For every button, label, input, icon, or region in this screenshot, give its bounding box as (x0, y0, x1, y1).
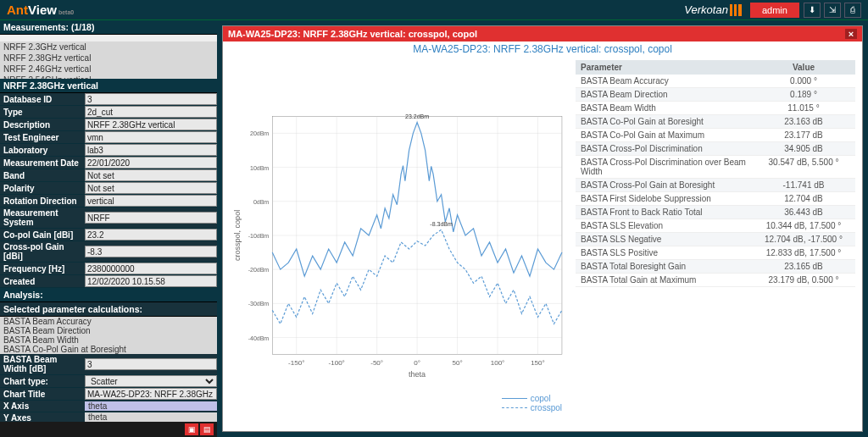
polarity-input[interactable] (85, 182, 217, 194)
svg-text:0°: 0° (414, 359, 420, 367)
beamwidth-label: BASTA Beam Width [dB] (0, 354, 85, 374)
table-row: BASTA Beam Accuracy0.000 ° (576, 75, 855, 88)
chart-title-input[interactable] (85, 388, 217, 400)
band-input[interactable] (85, 169, 217, 181)
svg-text:theta: theta (409, 370, 426, 379)
rotation-input[interactable] (85, 195, 217, 207)
svg-text:50°: 50° (452, 359, 462, 367)
brand-icon (730, 4, 742, 16)
list-item[interactable]: NRFF 2.3GHz vertical (0, 41, 217, 53)
frequency-input[interactable] (85, 263, 217, 274)
svg-text:-50°: -50° (370, 359, 383, 367)
svg-text:-40dBm: -40dBm (248, 335, 270, 341)
beamwidth-input[interactable] (85, 358, 217, 370)
xaxis-label: X Axis (0, 401, 85, 412)
topbar: AntViewbeta0 Verkotan admin ⬇ ⇲ ⎙ (0, 0, 868, 20)
svg-text:-30dBm: -30dBm (248, 301, 270, 307)
crosspol_gain-input[interactable] (85, 246, 217, 257)
app-logo: AntViewbeta0 (7, 3, 74, 17)
table-row: BASTA Total Boresight Gain23.165 dB (576, 260, 855, 274)
svg-text:-8.3dBm: -8.3dBm (430, 221, 453, 227)
meas_date-label: Measurement Date (0, 158, 85, 169)
chart-window: MA-WA25-DP23: NRFF 2.38GHz vertical: cro… (222, 25, 863, 432)
svg-text:-100°: -100° (329, 359, 345, 367)
selected-measurement: NRFF 2.38GHz vertical (0, 79, 217, 93)
type-input[interactable] (85, 106, 217, 118)
list-item[interactable]: theta (85, 401, 217, 411)
meas_date-input[interactable] (85, 157, 217, 169)
list-item[interactable]: NRFF 2.46GHz vertical (0, 64, 217, 75)
svg-text:-150°: -150° (288, 359, 304, 367)
close-icon[interactable]: × (845, 29, 857, 39)
database_id-label: Database ID (0, 94, 85, 105)
description-input[interactable] (85, 119, 217, 130)
type-label: Type (0, 107, 85, 118)
crosspol_gain-label: Cross-pol Gain [dBi] (0, 241, 85, 262)
table-row: BASTA Cross-Pol Gain at Boresight-11.741… (576, 179, 855, 192)
list-item[interactable]: BASTA Beam Width (0, 335, 217, 345)
svg-text:10dBm: 10dBm (250, 165, 269, 171)
chart-type-select[interactable]: Scatter (85, 375, 217, 387)
list-item[interactable]: BASTA Beam Direction (0, 326, 217, 335)
list-item[interactable]: BASTA Co-Pol Gain at Boresight (0, 345, 217, 354)
table-row: BASTA SLS Positive12.833 dB, 17.500 ° (576, 246, 855, 260)
svg-text:0dBm: 0dBm (253, 199, 269, 205)
table-row: BASTA Cross-Pol Discrimination34.905 dB (576, 142, 855, 156)
test_engineer-input[interactable] (85, 131, 217, 143)
polarity-label: Polarity (0, 183, 85, 194)
table-row: BASTA Co-Pol Gain at Boresight23.163 dB (576, 115, 855, 129)
user-button[interactable]: admin (750, 3, 799, 18)
list-item[interactable]: theta (85, 412, 217, 422)
rotation-label: Rotation Direction (0, 196, 85, 207)
test_engineer-label: Test Engineer (0, 132, 85, 143)
table-row: BASTA Cross-Pol Discrimination over Beam… (576, 156, 855, 179)
parameter-table: ParameterValue BASTA Beam Accuracy0.000 … (576, 60, 855, 428)
svg-text:-20dBm: -20dBm (248, 267, 270, 273)
value-header: Value (757, 63, 850, 72)
chart-svg: -150°-100°-50°0°50°100°150°-40dBm-30dBm-… (230, 60, 570, 428)
created-input[interactable] (85, 275, 217, 287)
svg-text:150°: 150° (531, 359, 545, 367)
copol_gain-label: Co-pol Gain [dBi] (0, 230, 85, 241)
measurements-header: Measurements: (1/18) (0, 20, 217, 35)
chart-type-label: Chart type: (0, 376, 85, 387)
table-row: BASTA SLS Negative12.704 dB, -17.500 ° (576, 233, 855, 246)
print-icon[interactable]: ⎙ (844, 3, 861, 18)
footer-action-2[interactable]: ▤ (200, 423, 214, 435)
export-icon[interactable]: ⇲ (824, 3, 841, 18)
table-row: BASTA SLS Elevation10.344 dB, 17.500 ° (576, 219, 855, 233)
meas_system-input[interactable] (85, 212, 217, 224)
table-row: BASTA First Sidelobe Suppression12.704 d… (576, 192, 855, 206)
list-item[interactable]: BASTA Beam Accuracy (0, 317, 217, 326)
param-header: Parameter (581, 63, 757, 72)
footer-action-1[interactable]: ▣ (185, 423, 198, 435)
chart-subtitle: MA-WA25-DP23: NRFF 2.38GHz vertical: cro… (223, 41, 862, 57)
laboratory-input[interactable] (85, 144, 217, 156)
chart-titlebar[interactable]: MA-WA25-DP23: NRFF 2.38GHz vertical: cro… (223, 26, 862, 41)
table-row: BASTA Beam Width11.015 ° (576, 102, 855, 115)
table-row: BASTA Total Gain at Maximum23.179 dB, 0.… (576, 274, 855, 287)
created-label: Created (0, 276, 85, 287)
table-row: BASTA Front to Back Ratio Total36.443 dB (576, 206, 855, 219)
copol_gain-input[interactable] (85, 229, 217, 241)
svg-text:23.2dBm: 23.2dBm (405, 113, 429, 119)
sidebar: Measurements: (1/18) NRFF 2.3GHz vertica… (0, 20, 217, 437)
description-label: Description (0, 119, 85, 130)
content-area: MA-WA25-DP23: NRFF 2.38GHz vertical: cro… (217, 20, 868, 437)
meas_system-label: Measurement System (0, 207, 85, 228)
svg-text:100°: 100° (491, 359, 505, 367)
measurements-list[interactable]: NRFF 2.3GHz vertical NRFF 2.38GHz vertic… (0, 35, 217, 79)
yaxes-label: Y Axes (0, 412, 85, 422)
laboratory-label: Laboratory (0, 145, 85, 156)
sidebar-footer: ▣ ▤ (0, 422, 217, 437)
frequency-label: Frequency [Hz] (0, 263, 85, 274)
selected-calc-header: Selected parameter calculations: (0, 302, 217, 317)
list-item[interactable]: NRFF 2.38GHz vertical (0, 53, 217, 64)
band-label: Band (0, 170, 85, 181)
database_id-input[interactable] (85, 93, 217, 105)
analysis-header: Analysis: (0, 288, 217, 302)
download-icon[interactable]: ⬇ (804, 3, 821, 18)
calc-list[interactable]: BASTA Beam Accuracy BASTA Beam Direction… (0, 317, 217, 354)
chart-window-title: MA-WA25-DP23: NRFF 2.38GHz vertical: cro… (228, 29, 477, 39)
plot-area: -150°-100°-50°0°50°100°150°-40dBm-30dBm-… (230, 60, 570, 428)
